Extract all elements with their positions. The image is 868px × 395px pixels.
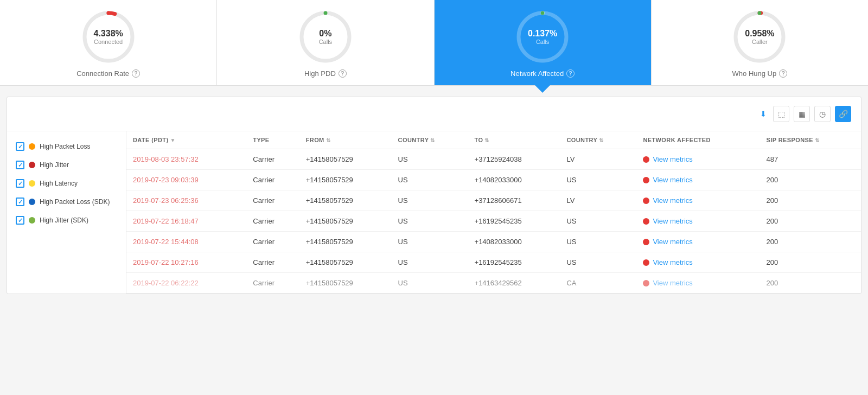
- help-icon[interactable]: ?: [132, 69, 140, 78]
- link-button[interactable]: 🔗: [835, 106, 851, 122]
- metric-label: Network Affected ?: [510, 69, 575, 78]
- line-chart-button[interactable]: ⬚: [773, 106, 789, 122]
- col-header-from[interactable]: FROM⇅: [299, 131, 392, 149]
- date-cell: 2019-07-22 06:22:22: [126, 273, 246, 294]
- network-affected-cell: View metrics: [636, 232, 760, 252]
- date-link[interactable]: 2019-07-22 10:27:16: [133, 258, 199, 266]
- network-affected-indicator: [643, 197, 649, 204]
- date-link[interactable]: 2019-07-22 06:22:22: [133, 279, 199, 287]
- metric-card-high-pdd[interactable]: 0% Calls High PDD ?: [217, 0, 434, 85]
- header-actions: ⬇ ⬚ ▦ ◷ 🔗: [760, 106, 851, 122]
- col-header-to[interactable]: TO⇅: [468, 131, 560, 149]
- to_country-cell: US: [560, 170, 636, 190]
- view-metrics-link[interactable]: View metrics: [653, 196, 692, 205]
- type-cell: Carrier: [246, 149, 299, 170]
- col-header-sip_response[interactable]: SIP RESPONSE⇅: [760, 131, 861, 149]
- legend-label-4: High Jitter (SDK): [40, 216, 88, 224]
- from_country-cell: US: [392, 149, 468, 170]
- col-header-network_affected: NETWORK AFFECTED: [636, 131, 760, 149]
- legend-checkbox-1[interactable]: ✓: [16, 161, 24, 169]
- legend-checkbox-3[interactable]: ✓: [16, 197, 24, 206]
- date-link[interactable]: 2019-07-23 06:25:36: [133, 196, 199, 205]
- metric-value: 4.338%: [93, 29, 123, 39]
- view-metrics-link[interactable]: View metrics: [653, 155, 692, 163]
- sort-icon-sip_response: ⇅: [815, 137, 819, 143]
- metric-card-network-affected[interactable]: 0.137% Calls Network Affected ?: [435, 0, 652, 85]
- view-metrics-link[interactable]: View metrics: [653, 279, 692, 287]
- to_country-cell: US: [560, 232, 636, 252]
- legend-panel: ✓ High Packet Loss ✓ High Jitter ✓ High …: [7, 131, 126, 294]
- help-icon[interactable]: ?: [566, 69, 575, 78]
- legend-label-2: High Latency: [40, 180, 78, 187]
- to_country-cell: LV: [560, 149, 636, 170]
- legend-checkbox-2[interactable]: ✓: [16, 179, 24, 188]
- metric-sub: Caller: [745, 39, 774, 45]
- from-cell: +14158057529: [299, 252, 392, 273]
- view-metrics-link[interactable]: View metrics: [653, 217, 692, 225]
- network-affected-indicator: [643, 218, 649, 225]
- sip-response-cell: 200: [760, 232, 861, 252]
- from-cell: +14158057529: [299, 211, 392, 232]
- table-row: 2019-08-03 23:57:32Carrier+14158057529US…: [126, 149, 861, 170]
- legend-dot-4: [29, 217, 35, 224]
- type-cell: Carrier: [246, 232, 299, 252]
- col-header-to_country[interactable]: COUNTRY⇅: [560, 131, 636, 149]
- view-metrics-link[interactable]: View metrics: [653, 238, 692, 246]
- legend-label-0: High Packet Loss: [40, 143, 90, 150]
- clock-button[interactable]: ◷: [814, 106, 831, 122]
- help-icon[interactable]: ?: [339, 69, 347, 78]
- bar-chart-button[interactable]: ▦: [794, 106, 810, 122]
- metrics-bar: 4.338% Connected Connection Rate ? 0% Ca…: [0, 0, 868, 86]
- view-metrics-link[interactable]: View metrics: [653, 176, 692, 184]
- metric-label: Connection Rate ?: [76, 69, 140, 78]
- type-cell: Carrier: [246, 252, 299, 273]
- metric-card-who-hung-up[interactable]: 0.958% Caller Who Hung Up ?: [652, 0, 868, 85]
- legend-label-1: High Jitter: [40, 161, 69, 169]
- network-affected-indicator: [643, 156, 649, 163]
- legend-item: ✓ High Jitter (SDK): [16, 216, 117, 225]
- svg-point-2: [106, 11, 110, 15]
- to_country-cell: US: [560, 211, 636, 232]
- network-affected-cell: View metrics: [636, 149, 760, 170]
- date-cell: 2019-07-22 10:27:16: [126, 252, 246, 273]
- type-cell: Carrier: [246, 190, 299, 211]
- view-metrics-link[interactable]: View metrics: [653, 258, 692, 266]
- network-affected-cell: View metrics: [636, 252, 760, 273]
- to-cell: +16192545235: [468, 211, 560, 232]
- legend-checkbox-4[interactable]: ✓: [16, 216, 24, 225]
- table-row: 2019-07-22 10:27:16Carrier+14158057529US…: [126, 252, 861, 273]
- help-icon[interactable]: ?: [779, 69, 787, 78]
- metric-sub: Calls: [528, 39, 557, 45]
- legend-item: ✓ High Packet Loss: [16, 142, 117, 151]
- network-affected-indicator: [643, 239, 649, 245]
- sip-response-cell: 200: [760, 273, 861, 294]
- legend-item: ✓ High Jitter: [16, 161, 117, 169]
- legend-checkbox-0[interactable]: ✓: [16, 142, 24, 151]
- legend-dot-0: [29, 143, 35, 150]
- to_country-cell: CA: [560, 273, 636, 294]
- metric-label: Who Hung Up ?: [732, 69, 788, 78]
- metric-card-connection-rate[interactable]: 4.338% Connected Connection Rate ?: [0, 0, 217, 85]
- to-cell: +37128606671: [468, 190, 560, 211]
- from-cell: +14158057529: [299, 170, 392, 190]
- col-header-from_country[interactable]: COUNTRY⇅: [392, 131, 468, 149]
- type-cell: Carrier: [246, 170, 299, 190]
- date-link[interactable]: 2019-07-23 09:03:39: [133, 176, 199, 184]
- csv-download-button[interactable]: ⬇: [760, 110, 769, 118]
- sort-icon-to: ⇅: [484, 137, 489, 143]
- table-row: 2019-07-22 06:22:22Carrier+14158057529US…: [126, 273, 861, 294]
- sip-response-cell: 200: [760, 170, 861, 190]
- date-link[interactable]: 2019-07-22 15:44:08: [133, 238, 199, 246]
- svg-point-4: [323, 11, 327, 15]
- sort-icon-from: ⇅: [326, 137, 330, 143]
- sort-icon-from_country: ⇅: [430, 137, 435, 143]
- table-row: 2019-07-23 09:03:39Carrier+14158057529US…: [126, 170, 861, 190]
- sort-icon-date: ▼: [170, 137, 176, 143]
- main-panel: ⬇ ⬚ ▦ ◷ 🔗 ✓ High Packet Loss ✓ High Jitt…: [7, 97, 861, 294]
- date-link[interactable]: 2019-08-03 23:57:32: [133, 155, 199, 163]
- col-header-date[interactable]: DATE (PDT)▼: [126, 131, 246, 149]
- donut-connection-rate: 4.338% Connected: [81, 10, 136, 64]
- date-link[interactable]: 2019-07-22 16:18:47: [133, 217, 199, 225]
- legend-item: ✓ High Packet Loss (SDK): [16, 197, 117, 206]
- sip-response-cell: 200: [760, 211, 861, 232]
